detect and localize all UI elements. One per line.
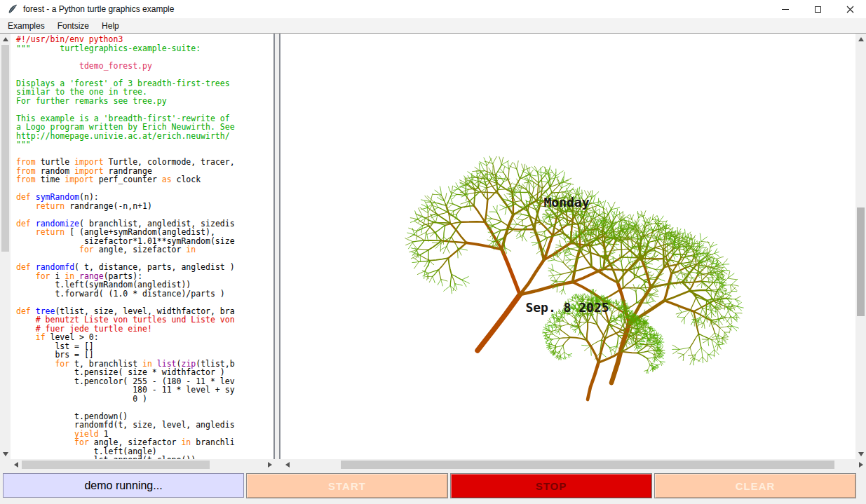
titlebar[interactable]: forest - a Python turtle graphics exampl… (0, 0, 866, 18)
svg-text:Sep. 8 2025: Sep. 8 2025 (525, 300, 609, 315)
scroll-left-arrow[interactable] (282, 459, 292, 470)
stop-button[interactable]: STOP (450, 473, 652, 498)
svg-text:Monday: Monday (543, 195, 589, 210)
code-vscroll-thumb[interactable] (1, 45, 9, 252)
menu-help[interactable]: Help (95, 20, 126, 32)
canvas-hscroll-thumb[interactable] (341, 461, 834, 469)
app-window: forest - a Python turtle graphics exampl… (0, 0, 866, 504)
scroll-left-arrow[interactable] (11, 459, 21, 470)
turtle-canvas: MondaySep. 8 2025 (280, 34, 853, 458)
code-viewer[interactable]: #!/usr/bin/env python3""" turtlegraphics… (11, 34, 275, 459)
canvas-pane: MondaySep. 8 2025 (279, 34, 855, 459)
menu-fontsize[interactable]: Fontsize (51, 20, 95, 32)
hscroll-row (0, 459, 866, 470)
scroll-up-arrow[interactable] (855, 34, 866, 44)
canvas-vscroll-thumb[interactable] (857, 207, 865, 316)
app-icon (7, 4, 18, 15)
window-title: forest - a Python turtle graphics exampl… (23, 4, 174, 14)
clear-button[interactable]: CLEAR (654, 473, 856, 498)
close-icon (846, 6, 854, 13)
status-label: demo running... (3, 473, 244, 498)
close-button[interactable] (834, 0, 866, 18)
minimize-button[interactable] (769, 0, 801, 18)
canvas-vertical-scrollbar[interactable] (855, 34, 866, 459)
canvas-horizontal-scrollbar[interactable] (282, 459, 866, 470)
code-vertical-scrollbar[interactable] (0, 34, 11, 459)
maximize-button[interactable] (801, 0, 834, 18)
start-button[interactable]: START (246, 473, 448, 498)
scroll-down-arrow[interactable] (0, 449, 11, 459)
code-horizontal-scrollbar[interactable] (11, 459, 275, 470)
main-area: #!/usr/bin/env python3""" turtlegraphics… (0, 33, 866, 459)
bottom-bar: demo running... START STOP CLEAR (0, 470, 866, 504)
scrollbar-corner (0, 459, 11, 470)
window-controls (769, 0, 866, 18)
code-hscroll-thumb[interactable] (22, 461, 210, 469)
minimize-icon (782, 9, 789, 10)
maximize-icon (815, 6, 821, 13)
scroll-down-arrow[interactable] (855, 449, 866, 459)
scroll-right-arrow[interactable] (855, 459, 866, 470)
menubar: Examples Fontsize Help (0, 18, 866, 33)
scroll-up-arrow[interactable] (0, 34, 11, 44)
scroll-right-arrow[interactable] (264, 459, 275, 470)
scrollbar-gap (275, 459, 282, 470)
menu-examples[interactable]: Examples (1, 20, 51, 32)
code-text: #!/usr/bin/env python3""" turtlegraphics… (16, 35, 273, 459)
